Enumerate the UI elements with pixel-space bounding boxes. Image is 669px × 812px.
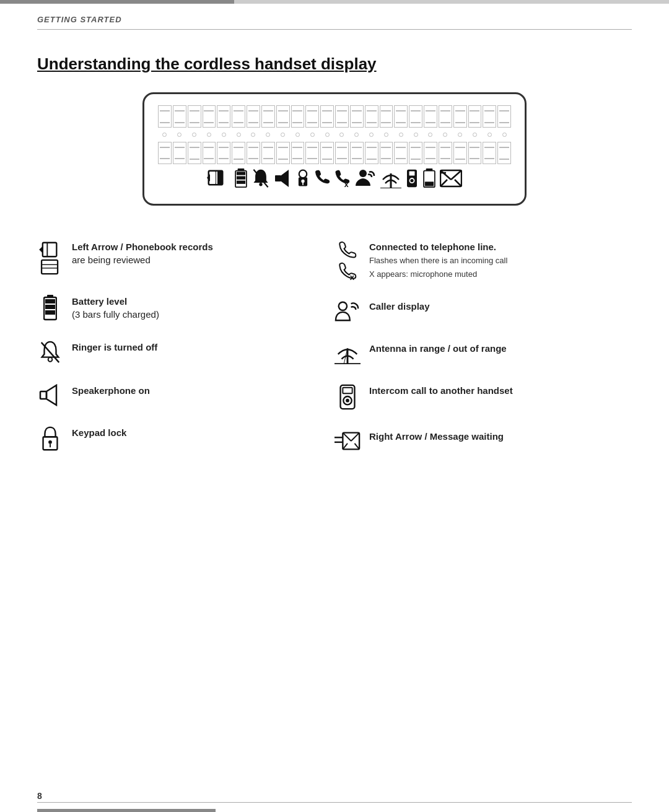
svg-line-65 — [351, 433, 359, 441]
dot-cell — [453, 130, 467, 139]
legend-item-intercom: Intercom call to another handset — [334, 374, 632, 420]
dot-cell — [203, 130, 216, 139]
char-cell — [424, 105, 437, 128]
svg-line-30 — [451, 170, 461, 180]
char-cell — [261, 105, 275, 128]
char-cell — [335, 142, 349, 164]
svg-line-32 — [455, 180, 461, 186]
legend-icon-keypad-lock — [37, 426, 63, 452]
svg-point-24 — [410, 179, 413, 182]
legend-icon-battery — [37, 295, 63, 321]
dot-cell — [320, 130, 334, 139]
dot-cell — [439, 130, 452, 139]
char-cell — [291, 142, 305, 164]
char-cell — [497, 105, 511, 128]
svg-rect-43 — [45, 305, 55, 309]
dot-cell — [305, 130, 319, 139]
dot-cell — [217, 130, 230, 139]
page-title: Understanding the cordless handset displ… — [37, 55, 632, 74]
char-cell — [483, 105, 496, 128]
section-label: GETTING STARTED — [37, 15, 632, 24]
svg-rect-58 — [343, 388, 352, 394]
svg-point-45 — [48, 357, 53, 362]
svg-rect-8 — [237, 180, 245, 183]
svg-rect-42 — [45, 299, 55, 303]
svg-point-50 — [48, 440, 52, 444]
legend-item-battery: Battery level (3 bars fully charged) — [37, 285, 334, 331]
svg-point-15 — [301, 180, 304, 183]
char-cell — [188, 142, 201, 164]
char-cell — [247, 105, 260, 128]
svg-text:x: x — [350, 273, 355, 280]
dot-cell — [158, 130, 172, 139]
dot-cell — [247, 130, 260, 139]
legend-icon-caller-display — [334, 300, 361, 322]
char-cell — [394, 142, 408, 164]
svg-line-31 — [440, 180, 447, 186]
legend-item-antenna: Antenna in range / out of range — [334, 332, 632, 374]
page-number: 8 — [37, 791, 42, 801]
char-cell — [409, 105, 422, 128]
legend-text-intercom: Intercom call to another handset — [369, 384, 513, 397]
svg-text:x: x — [344, 180, 349, 188]
lcd-dot-row — [158, 130, 511, 139]
display-icon-battery — [234, 168, 248, 193]
legend-grid: Left Arrow / Phonebook records are being… — [37, 230, 632, 462]
legend-icon-speakerphone — [37, 384, 63, 406]
legend-item-message: Right Arrow / Message waiting — [334, 420, 632, 462]
legend-icon-message-waiting — [334, 430, 361, 452]
svg-point-13 — [299, 170, 307, 178]
char-cell — [483, 142, 496, 164]
char-cell — [173, 105, 186, 128]
char-cell — [158, 142, 172, 164]
char-cell — [158, 105, 172, 128]
legend-item-caller-display: Caller display — [334, 290, 632, 332]
char-cell — [203, 142, 216, 164]
display-icon-speakerphone — [274, 168, 292, 193]
char-cell — [380, 105, 393, 128]
char-cell — [424, 142, 437, 164]
svg-rect-35 — [43, 243, 57, 257]
svg-rect-22 — [409, 171, 415, 175]
dot-cell — [483, 130, 496, 139]
char-cell — [305, 142, 319, 164]
display-icon-ringer-off — [251, 168, 270, 193]
char-cell — [497, 142, 511, 164]
legend-text-battery: Battery level (3 bars fully charged) — [72, 295, 159, 321]
dot-cell — [276, 130, 290, 139]
legend-icon-phonebook — [37, 240, 63, 275]
dot-cell — [350, 130, 364, 139]
legend-text-telephone-line: Connected to telephone line. Flashes whe… — [369, 240, 507, 279]
char-cell — [365, 105, 378, 128]
dot-cell — [424, 130, 437, 139]
display-icon-phone-connected — [313, 168, 331, 193]
legend-right-col: x Connected to telephone line. Flashes w… — [334, 230, 632, 462]
display-illustration: x — [37, 92, 632, 206]
lcd-panel — [158, 105, 511, 164]
legend-text-speakerphone: Speakerphone on — [72, 384, 150, 397]
char-cell — [276, 105, 290, 128]
dot-cell — [261, 130, 275, 139]
display-icon-caller-display — [356, 168, 377, 193]
main-content: Understanding the cordless handset displ… — [0, 36, 669, 487]
svg-rect-11 — [275, 175, 281, 181]
svg-line-29 — [440, 170, 451, 180]
display-icon-strip: x — [158, 168, 511, 193]
svg-line-64 — [343, 433, 351, 441]
display-icon-message — [440, 168, 462, 193]
legend-icon-ringer-off — [37, 341, 63, 364]
svg-marker-12 — [281, 170, 289, 187]
char-cell — [453, 105, 467, 128]
svg-rect-7 — [237, 176, 245, 179]
char-cell — [232, 105, 245, 128]
dot-cell — [394, 130, 408, 139]
svg-rect-27 — [425, 181, 434, 186]
header-divider — [37, 29, 632, 30]
legend-text-phonebook: Left Arrow / Phonebook records are being… — [72, 240, 213, 266]
legend-icon-intercom — [334, 384, 361, 410]
dot-cell — [335, 130, 349, 139]
char-cell — [468, 142, 482, 164]
char-cell — [439, 142, 452, 164]
char-cell — [232, 142, 245, 164]
legend-icon-antenna — [334, 342, 361, 364]
